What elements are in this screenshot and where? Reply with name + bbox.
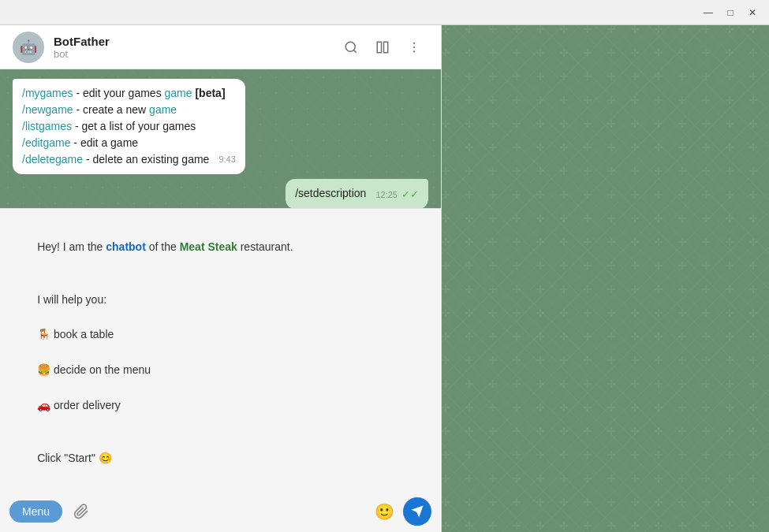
left-panel: 🤖 BotFather bot: [0, 25, 442, 532]
cmd-mygames[interactable]: /mygames: [22, 87, 73, 99]
svg-point-4: [413, 46, 415, 47]
message-input[interactable]: [100, 505, 365, 518]
tick-2: ✓✓: [401, 188, 419, 200]
avatar: 🤖: [13, 32, 44, 63]
svg-rect-2: [384, 42, 388, 53]
message-1: /mygames - edit your games game [beta] /…: [13, 79, 428, 174]
msg2-text: /setdescription: [295, 187, 366, 199]
cmd-editgame[interactable]: /editgame: [22, 136, 70, 149]
restaurant-highlight: Meat Steak: [180, 240, 237, 253]
layout-icon: [375, 40, 390, 54]
time-1: 9:43: [218, 153, 235, 166]
messages-area: /mygames - edit your games game [beta] /…: [0, 69, 441, 208]
svg-point-0: [345, 42, 355, 51]
close-button[interactable]: ✕: [742, 4, 763, 21]
cmd-games-beta[interactable]: game: [165, 87, 192, 99]
search-button[interactable]: [337, 33, 365, 61]
send-button[interactable]: [403, 497, 431, 526]
title-bar: — □ ✕: [0, 0, 769, 25]
paperclip-icon: [73, 504, 89, 519]
chat-name: BotFather: [54, 35, 337, 48]
svg-rect-1: [377, 42, 381, 53]
maximize-button[interactable]: □: [720, 4, 741, 21]
beta-label: [beta]: [195, 87, 225, 99]
cmd-deletegame[interactable]: /deletegame: [22, 153, 83, 166]
input-area: Hey! I am the chatbot of the Meat Steak …: [0, 208, 441, 532]
input-text-content[interactable]: Hey! I am the chatbot of the Meat Steak …: [0, 209, 441, 491]
svg-point-3: [413, 42, 415, 43]
attach-button[interactable]: [69, 499, 94, 524]
emoji-icon: 🙂: [375, 502, 394, 521]
emoji-button[interactable]: 🙂: [371, 499, 397, 524]
search-icon: [344, 40, 358, 54]
cmd-listgames[interactable]: /listgames: [22, 120, 72, 132]
more-icon: [407, 40, 421, 54]
cmd-newgame[interactable]: /newgame: [22, 103, 73, 116]
minimize-button[interactable]: —: [698, 4, 719, 21]
message-2: /setdescription 12:25 ✓✓: [13, 179, 428, 208]
menu-button[interactable]: Menu: [9, 500, 62, 523]
bubble-2: /setdescription 12:25 ✓✓: [286, 179, 428, 208]
time-2: 12:25 ✓✓: [375, 187, 419, 203]
app-container: 🤖 BotFather bot: [0, 25, 769, 532]
chatbot-highlight: chatbot: [106, 240, 146, 253]
chat-info: BotFather bot: [54, 35, 337, 60]
cmd-newgame-link[interactable]: game: [149, 103, 177, 116]
header-icons: [337, 33, 428, 61]
bubble-1: /mygames - edit your games game [beta] /…: [13, 79, 245, 174]
chat-header: 🤖 BotFather bot: [0, 25, 441, 69]
layout-button[interactable]: [368, 33, 397, 61]
more-options-button[interactable]: [400, 33, 428, 61]
chat-status: bot: [54, 48, 337, 60]
input-row: Menu 🙂: [0, 491, 441, 532]
right-panel: [442, 25, 769, 532]
svg-point-5: [413, 50, 415, 52]
right-panel-background: [442, 25, 769, 532]
send-icon: [410, 504, 424, 519]
